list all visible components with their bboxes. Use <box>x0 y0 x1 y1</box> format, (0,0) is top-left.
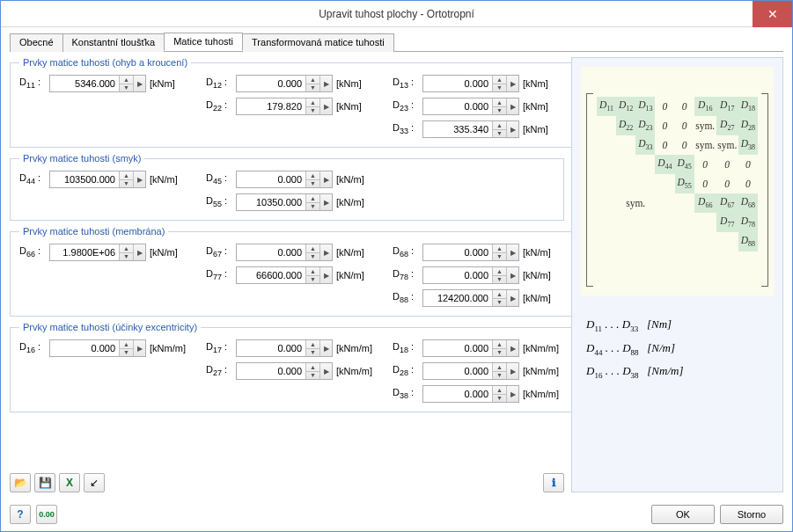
spinner-d17[interactable]: ▲▼▶ <box>236 339 333 357</box>
help-icon: ? <box>17 508 23 521</box>
content-area: Obecné Konstantní tloušťka Matice tuhost… <box>1 27 792 499</box>
field-d68: D68 : ▲▼▶ [kN/m] <box>393 244 569 261</box>
load-button[interactable]: 📂 <box>10 473 31 492</box>
spinner-d66[interactable]: ▲▼▶ <box>49 244 146 261</box>
spinner-d16[interactable]: ▲▼▶ <box>49 339 146 357</box>
input-d88[interactable] <box>423 290 492 306</box>
field-d23: D23 : ▲▼▶ [kNm] <box>393 98 569 115</box>
import-button[interactable]: ↙ <box>84 473 105 492</box>
field-d22: D22 : ▲▼▶ [kNm] <box>206 98 382 115</box>
input-d18[interactable] <box>423 340 492 356</box>
spinner-d12[interactable]: ▲▼▶ <box>236 75 333 92</box>
field-d17: D17 : ▲▼▶ [kNm/m] <box>206 339 382 357</box>
input-d38[interactable] <box>423 386 492 402</box>
info-button[interactable]: ℹ <box>543 473 564 492</box>
field-d45: D45 : ▲▼▶ [kN/m] <box>206 171 382 188</box>
input-d55[interactable] <box>237 194 305 210</box>
spinner-d78[interactable]: ▲▼▶ <box>422 266 519 284</box>
down-icon[interactable]: ▼ <box>120 84 133 92</box>
up-icon[interactable]: ▲ <box>120 76 133 84</box>
input-d66[interactable] <box>50 244 119 260</box>
group-bending-legend: Prvky matice tuhosti (ohyb a kroucení) <box>19 57 191 68</box>
tab-stiffness-matrix[interactable]: Matice tuhosti <box>164 33 243 51</box>
field-d44: D44 : ▲▼▶ [kN/m] <box>19 171 195 188</box>
label-d13: D13 : <box>393 77 419 90</box>
help-button[interactable]: ? <box>10 505 31 524</box>
input-d12[interactable] <box>237 76 305 91</box>
bracket-left <box>586 93 593 287</box>
spinner-d33[interactable]: ▲▼▶ <box>422 120 519 138</box>
input-d13[interactable] <box>423 76 492 91</box>
info-icon: ℹ <box>552 477 556 489</box>
spinner-d23[interactable]: ▲▼▶ <box>422 98 519 115</box>
spinner-d22[interactable]: ▲▼▶ <box>236 98 333 115</box>
input-d23[interactable] <box>423 98 492 114</box>
window-title: Upravit tuhost plochy - Ortotropní <box>319 8 474 20</box>
field-d77: D77 : ▲▼▶ [kN/m] <box>206 266 382 284</box>
units-icon: 0.00 <box>39 510 55 519</box>
left-column: Prvky matice tuhosti (ohyb a kroucení) D… <box>10 57 564 492</box>
field-d13: D13 : ▲▼▶ [kNm] <box>393 75 569 92</box>
tab-transformed-matrix[interactable]: Transformovaná matice tuhosti <box>242 33 394 52</box>
input-d17[interactable] <box>237 340 305 356</box>
legend-row-2: D44 . . . D88 [N/m] <box>586 337 774 361</box>
spinner-d77[interactable]: ▲▼▶ <box>236 266 333 284</box>
input-d27[interactable] <box>237 363 305 379</box>
close-button[interactable]: ✕ <box>753 1 792 27</box>
spinner-d18[interactable]: ▲▼▶ <box>422 339 519 357</box>
spinner-d45[interactable]: ▲▼▶ <box>236 171 333 188</box>
spinner-d55[interactable]: ▲▼▶ <box>236 193 333 211</box>
label-d11: D11 : <box>19 77 46 90</box>
group-shear-legend: Prvky matice tuhosti (smyk) <box>19 153 144 164</box>
main-columns: Prvky matice tuhosti (ohyb a kroucení) D… <box>10 57 783 492</box>
field-d12: D12 : ▲▼▶ [kNm] <box>206 75 382 92</box>
group-shear: Prvky matice tuhosti (smyk) D44 : ▲▼▶ [k… <box>10 153 564 221</box>
input-d44[interactable] <box>50 171 119 187</box>
input-d77[interactable] <box>237 267 305 283</box>
spinner-d38[interactable]: ▲▼▶ <box>422 385 519 403</box>
bracket-right <box>761 93 768 287</box>
input-d33[interactable] <box>423 121 492 137</box>
cancel-button[interactable]: Storno <box>720 505 783 524</box>
group-eccentricity-legend: Prvky matice tuhosti (účinky excentricit… <box>19 322 201 332</box>
input-d45[interactable] <box>237 171 305 187</box>
field-d78: D78 : ▲▼▶ [kN/m] <box>393 266 569 284</box>
spinner-d11[interactable]: ▲▼ ▶ <box>49 75 146 92</box>
tab-general[interactable]: Obecné <box>10 33 63 52</box>
field-d28: D28 : ▲▼▶ [kNm/m] <box>393 362 569 380</box>
export-excel-button[interactable]: X <box>59 473 80 492</box>
tab-strip: Obecné Konstantní tloušťka Matice tuhost… <box>10 33 783 52</box>
input-d28[interactable] <box>423 363 492 379</box>
field-d66: D66 : ▲▼▶ [kN/m] <box>19 244 195 261</box>
spinner-d67[interactable]: ▲▼▶ <box>236 244 333 261</box>
spinner-d27[interactable]: ▲▼▶ <box>236 362 333 380</box>
units-button[interactable]: 0.00 <box>36 505 57 524</box>
spinner-d44[interactable]: ▲▼▶ <box>49 171 146 188</box>
group-membrane-legend: Prvky matice tuhosti (membrána) <box>19 226 168 237</box>
legend-row-3: D16 . . . D38 [Nm/m] <box>586 360 774 383</box>
field-d88: D88 : ▲▼▶ [kN/m] <box>393 289 569 307</box>
input-d67[interactable] <box>237 244 305 260</box>
input-d16[interactable] <box>50 340 119 356</box>
label-d12: D12 : <box>206 77 232 90</box>
dialog-footer: ? 0.00 OK Storno <box>1 499 792 531</box>
spinner-d88[interactable]: ▲▼▶ <box>422 289 519 307</box>
field-d67: D67 : ▲▼▶ [kN/m] <box>206 244 382 261</box>
save-button[interactable]: 💾 <box>34 473 55 492</box>
ok-button[interactable]: OK <box>651 505 715 524</box>
input-d11[interactable] <box>50 76 119 91</box>
input-d22[interactable] <box>237 98 305 114</box>
field-d38: D38 : ▲▼▶ [kNm/m] <box>393 385 569 403</box>
spinner-d13[interactable]: ▲▼▶ <box>422 75 519 92</box>
input-d68[interactable] <box>423 244 492 260</box>
group-membrane: Prvky matice tuhosti (membrána) D66 : ▲▼… <box>10 226 578 317</box>
field-d55: D55 : ▲▼▶ [kN/m] <box>206 193 382 211</box>
spinner-d68[interactable]: ▲▼▶ <box>422 244 519 261</box>
picker-icon[interactable]: ▶ <box>133 76 145 91</box>
spinner-d28[interactable]: ▲▼▶ <box>422 362 519 380</box>
unit-d11: [kNm] <box>150 78 195 89</box>
folder-open-icon: 📂 <box>14 477 27 489</box>
left-toolbar: 📂 💾 X ↙ ℹ <box>10 470 564 492</box>
tab-constant-thickness[interactable]: Konstantní tloušťka <box>62 33 165 52</box>
input-d78[interactable] <box>423 267 492 283</box>
